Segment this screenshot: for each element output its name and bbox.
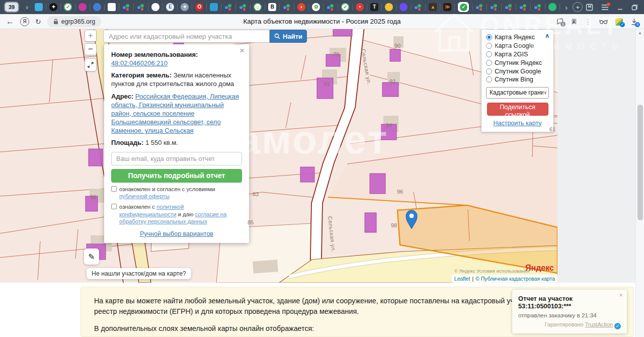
tab-favicon[interactable]: ✓ [341, 3, 349, 11]
tab-divider [279, 4, 280, 11]
tab-favicon[interactable]: ✓ [458, 2, 469, 12]
lock-icon [53, 19, 58, 25]
tab-favicon[interactable] [414, 3, 422, 11]
email-field[interactable] [111, 152, 242, 165]
tab-favicon[interactable]: B [268, 3, 276, 11]
offer-link[interactable]: публичной оферты [119, 193, 170, 199]
tab-divider [221, 4, 221, 11]
manual-select-link[interactable]: Ручной выбор вариантов [111, 230, 242, 238]
zoom-in-button[interactable]: + [85, 30, 97, 42]
tab-favicon[interactable] [548, 3, 556, 11]
tab-favicon[interactable] [210, 3, 218, 11]
scrollbar-thumb[interactable] [637, 105, 643, 220]
layer-option[interactable]: Спутник Яндекс [486, 58, 549, 67]
radio-icon[interactable] [486, 60, 492, 66]
tab-favicon[interactable]: O [195, 3, 203, 11]
layer-option[interactable]: Карта 2GIS [486, 50, 549, 59]
tab-favicon[interactable]: ✦ [181, 3, 189, 11]
tab-favicon[interactable] [534, 3, 542, 11]
tab-divider [323, 4, 324, 11]
radio-icon[interactable] [486, 68, 492, 74]
tab-overflow-arrow-icon[interactable]: › [565, 3, 568, 12]
address-bar[interactable]: egrp365.org [47, 16, 101, 27]
get-report-button[interactable]: Получить подробный отчет [111, 169, 242, 183]
tab-favicon[interactable]: Т [370, 3, 378, 11]
layer-option[interactable]: Спутник Bing [486, 75, 549, 84]
tab-favicon[interactable]: ✿ [312, 3, 320, 11]
panel-bookmark-icon[interactable] [586, 4, 593, 11]
more-options-icon[interactable]: ⋮ [585, 18, 592, 26]
search-input[interactable] [103, 30, 270, 43]
tab-favicon[interactable] [399, 3, 408, 11]
tab-favicon[interactable] [224, 3, 232, 11]
tab-favicon[interactable] [108, 3, 116, 11]
minimize-button[interactable] [617, 4, 623, 11]
tab-favicon[interactable]: ▲ [429, 3, 437, 11]
tab-favicon[interactable] [122, 3, 130, 11]
zoom-out-button[interactable]: − [85, 43, 97, 55]
tab-favicon[interactable] [151, 3, 159, 11]
tab-counter[interactable]: 39 [5, 3, 18, 12]
radio-icon[interactable] [486, 43, 492, 49]
tab-favicon[interactable] [490, 3, 498, 11]
page-scrollbar[interactable]: ▲ [635, 29, 644, 337]
share-link-button[interactable]: Поделиться ссылкой [487, 103, 548, 116]
source-link[interactable]: © Публичная кадастровая карта [475, 276, 555, 282]
tab-favicon[interactable] [519, 3, 527, 11]
chevron-down-icon[interactable]: ∨ [25, 5, 29, 10]
extension-colored-icon[interactable]: ✓ [615, 18, 623, 26]
collapse-panel-icon[interactable]: ∧ [545, 32, 549, 39]
tab-favicon[interactable]: ≫ [443, 3, 451, 11]
tab-favicon[interactable] [475, 3, 484, 11]
tab-favicon[interactable] [327, 3, 335, 11]
not-found-tooltip[interactable]: Не нашли участок/дом на карте? [87, 268, 191, 279]
tab-favicon[interactable] [385, 3, 393, 11]
tab-favicon[interactable]: Е [166, 3, 174, 11]
cadastral-map[interactable]: Сельская ул. Сельская ул. самолет + − На… [0, 29, 557, 283]
tab-favicon[interactable]: • [356, 3, 364, 11]
layer-option[interactable]: Карта Яндекс [486, 33, 549, 42]
offer-checkbox[interactable] [111, 186, 117, 192]
tab-favicon[interactable]: ✦ [49, 3, 57, 11]
layer-option[interactable]: Карта Google [486, 42, 549, 50]
popup-close-icon[interactable]: × [239, 46, 245, 55]
layer-option[interactable]: Спутник Google [486, 67, 549, 75]
tab-favicon[interactable]: ✓ [64, 3, 72, 11]
radio-icon[interactable] [486, 76, 492, 82]
tab-favicon[interactable] [78, 3, 87, 11]
parcel-number-link[interactable]: 48:02:0460206:210 [111, 59, 168, 67]
privacy-checkbox[interactable] [111, 204, 117, 209]
fullscreen-button[interactable] [85, 58, 97, 71]
tab-divider [308, 4, 309, 11]
trustaction-link[interactable]: TrustAction [585, 321, 613, 327]
draw-tool-button[interactable]: ✎ [84, 248, 99, 265]
tab-favicon[interactable] [283, 3, 291, 11]
scrollbar-up-icon[interactable]: ▲ [636, 31, 644, 35]
new-tab-button[interactable]: + [573, 2, 583, 12]
tab-favicon[interactable] [35, 3, 43, 11]
browser-home-icon[interactable]: Я [20, 17, 29, 26]
bookmark-icon[interactable] [571, 18, 577, 25]
restore-button[interactable] [631, 4, 638, 11]
configure-map-link[interactable]: Настроить карту [486, 120, 549, 127]
leaflet-link[interactable]: Leaflet [454, 276, 470, 282]
radio-icon[interactable] [486, 34, 492, 40]
downloads-icon[interactable]: 9 [630, 18, 638, 26]
borders-year-select[interactable]: Кадастровые границы 2025 ∨ [486, 87, 549, 99]
tab-favicon[interactable] [93, 3, 101, 11]
tab-favicon[interactable]: ⌂ [254, 3, 262, 11]
search-button[interactable]: Найти [270, 30, 307, 43]
reload-button[interactable]: ↻ [35, 18, 41, 26]
browser-toolbar: ← Я ↻ egrp365.org Карта объектов недвижи… [0, 14, 644, 29]
tab-favicon[interactable] [505, 3, 513, 11]
tab-divider [177, 4, 178, 11]
notification-close-icon[interactable]: × [619, 291, 623, 299]
collections-icon[interactable]: 1 [556, 18, 564, 25]
tab-favicon[interactable] [239, 3, 247, 11]
tab-favicon[interactable] [137, 3, 145, 11]
radio-icon[interactable] [486, 51, 492, 57]
extension-mask-icon[interactable] [599, 19, 608, 25]
back-button[interactable]: ← [6, 17, 14, 26]
tab-favicon[interactable]: ◗ [297, 3, 305, 11]
browser-menu-icon[interactable] [601, 4, 609, 11]
